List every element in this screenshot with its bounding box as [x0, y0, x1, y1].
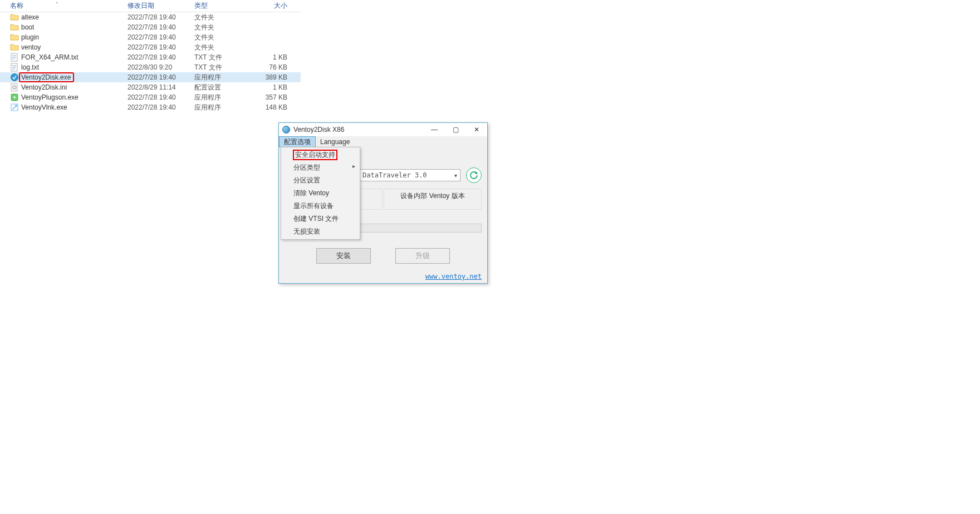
vlnk-icon — [10, 103, 19, 112]
file-name: boot — [21, 23, 34, 31]
file-type: 文件夹 — [192, 13, 248, 22]
file-type: TXT 文件 — [192, 63, 248, 72]
menubar: 配置选项 Language — [279, 136, 487, 147]
file-date: 2022/8/29 11:14 — [125, 83, 192, 91]
column-header-size[interactable]: 大小 — [248, 1, 290, 11]
file-size: 1 KB — [248, 83, 290, 91]
file-type: 应用程序 — [192, 93, 248, 102]
upgrade-button[interactable]: 升级 — [395, 248, 450, 264]
file-date: 2022/7/28 19:40 — [125, 13, 192, 21]
dropdown-item[interactable]: 无损安装 — [281, 225, 360, 238]
refresh-icon — [469, 170, 479, 180]
file-row[interactable]: FOR_X64_ARM.txt2022/7/28 19:40TXT 文件1 KB — [0, 52, 301, 62]
file-size: 389 KB — [248, 73, 290, 81]
titlebar[interactable]: Ventoy2Disk X86 ― ▢ ✕ — [279, 123, 487, 136]
file-name: FOR_X64_ARM.txt — [21, 53, 79, 61]
ventoy-app-icon — [282, 126, 290, 134]
file-type: 文件夹 — [192, 33, 248, 42]
folder-icon — [10, 13, 19, 22]
dropdown-item[interactable]: 分区类型 — [281, 161, 360, 174]
file-type: TXT 文件 — [192, 53, 248, 62]
dropdown-item-label: 安全启动支持 — [293, 150, 337, 160]
menu-language[interactable]: Language — [316, 136, 354, 147]
file-name: Ventoy2Disk.exe — [19, 72, 74, 82]
file-name: log.txt — [21, 63, 39, 71]
minimize-button[interactable]: ― — [424, 123, 445, 136]
file-name: VentoyPlugson.exe — [21, 93, 79, 101]
ventoy-icon — [10, 73, 19, 82]
dropdown-item[interactable]: 安全启动支持 — [281, 149, 360, 161]
file-type: 应用程序 — [192, 73, 248, 82]
file-name: plugin — [21, 33, 39, 41]
dropdown-item-label: 分区类型 — [293, 164, 320, 171]
txt-icon — [10, 63, 19, 72]
file-row[interactable]: VentoyVlnk.exe2022/7/28 19:40应用程序148 KB — [0, 102, 301, 112]
dropdown-item[interactable]: 清除 Ventoy — [281, 187, 360, 200]
file-date: 2022/7/28 19:40 — [125, 43, 192, 51]
dropdown-item-label: 无损安装 — [293, 228, 320, 235]
dropdown-item-label: 显示所有设备 — [293, 202, 334, 210]
plugson-icon — [10, 93, 19, 102]
ini-icon — [10, 83, 19, 92]
file-name: ventoy — [21, 43, 41, 51]
refresh-button[interactable] — [466, 167, 482, 183]
website-link[interactable]: www.ventoy.net — [425, 273, 482, 280]
file-row[interactable]: Ventoy2Disk.exe2022/7/28 19:40应用程序389 KB — [0, 72, 301, 82]
txt-icon — [10, 53, 19, 62]
file-type: 配置设置 — [192, 83, 248, 92]
file-row[interactable]: boot2022/7/28 19:40文件夹 — [0, 22, 301, 32]
install-button[interactable]: 安装 — [316, 248, 371, 264]
file-date: 2022/7/28 19:40 — [125, 23, 192, 31]
maximize-button[interactable]: ▢ — [445, 123, 466, 136]
file-date: 2022/7/28 19:40 — [125, 93, 192, 101]
dropdown-item-label: 清除 Ventoy — [293, 189, 329, 197]
file-type: 应用程序 — [192, 103, 248, 112]
file-size: 1 KB — [248, 53, 290, 61]
file-name: VentoyVlnk.exe — [21, 103, 67, 111]
column-header-date[interactable]: 修改日期 — [125, 1, 192, 11]
folder-icon — [10, 23, 19, 32]
device-version-box: 设备内部 Ventoy 版本 — [384, 189, 482, 210]
file-date: 2022/7/28 19:40 — [125, 103, 192, 111]
file-type: 文件夹 — [192, 43, 248, 52]
file-date: 2022/7/28 19:40 — [125, 53, 192, 61]
dropdown-item[interactable]: 显示所有设备 — [281, 200, 360, 212]
column-header-name[interactable]: 名称 ˄ — [0, 1, 125, 11]
file-explorer-list: 名称 ˄ 修改日期 类型 大小 altexe2022/7/28 19:40文件夹… — [0, 0, 301, 112]
column-header-row: 名称 ˄ 修改日期 类型 大小 — [0, 0, 301, 12]
column-header-type[interactable]: 类型 — [192, 1, 248, 11]
folder-icon — [10, 33, 19, 42]
file-row[interactable]: Ventoy2Disk.ini2022/8/29 11:14配置设置1 KB — [0, 82, 301, 92]
sort-indicator-icon: ˄ — [56, 2, 58, 7]
file-size: 148 KB — [248, 103, 290, 111]
folder-icon — [10, 43, 19, 52]
dropdown-item[interactable]: 创建 VTSI 文件 — [281, 212, 360, 225]
window-title: Ventoy2Disk X86 — [293, 126, 424, 134]
config-dropdown-menu: 安全启动支持分区类型分区设置清除 Ventoy显示所有设备创建 VTSI 文件无… — [281, 147, 360, 240]
device-select[interactable] — [359, 169, 460, 181]
file-date: 2022/7/28 19:40 — [125, 73, 192, 81]
file-date: 2022/7/28 19:40 — [125, 33, 192, 41]
file-size: 76 KB — [248, 63, 290, 71]
file-date: 2022/8/30 9:20 — [125, 63, 192, 71]
file-row[interactable]: ventoy2022/7/28 19:40文件夹 — [0, 42, 301, 52]
file-row[interactable]: VentoyPlugson.exe2022/7/28 19:40应用程序357 … — [0, 92, 301, 102]
file-row[interactable]: log.txt2022/8/30 9:20TXT 文件76 KB — [0, 62, 301, 72]
dropdown-item-label: 创建 VTSI 文件 — [293, 215, 339, 223]
close-button[interactable]: ✕ — [466, 123, 487, 136]
file-type: 文件夹 — [192, 23, 248, 32]
file-size: 357 KB — [248, 93, 290, 101]
menu-config-options[interactable]: 配置选项 — [279, 136, 316, 147]
dropdown-item-label: 分区设置 — [293, 176, 320, 184]
dropdown-item[interactable]: 分区设置 — [281, 174, 360, 187]
file-name: altexe — [21, 13, 39, 21]
file-row[interactable]: altexe2022/7/28 19:40文件夹 — [0, 12, 301, 22]
file-name: Ventoy2Disk.ini — [21, 83, 67, 91]
file-row[interactable]: plugin2022/7/28 19:40文件夹 — [0, 32, 301, 42]
